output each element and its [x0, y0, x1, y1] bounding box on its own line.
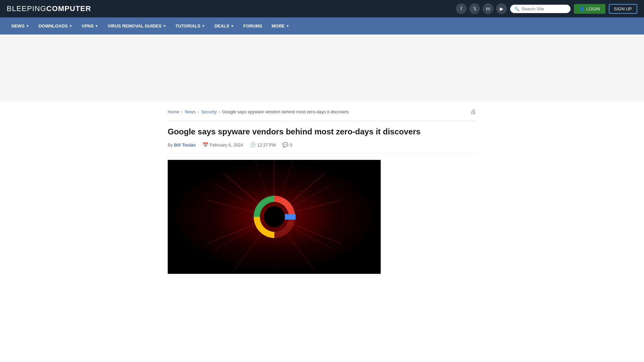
mastodon-icon[interactable]: m: [483, 3, 493, 14]
svg-point-18: [264, 206, 285, 228]
nav-news-caret: ▼: [26, 24, 29, 28]
nav-tutorials[interactable]: TUTORIALS ▼: [171, 17, 210, 35]
nav-vpns[interactable]: VPNS ▼: [77, 17, 103, 35]
clock-icon: 🕐: [250, 142, 256, 147]
nav-deals-caret: ▼: [230, 24, 234, 28]
article-container: Home › News › Security › Google says spy…: [161, 102, 483, 281]
comment-icon: 💬: [282, 142, 288, 147]
print-icon[interactable]: 🖨: [470, 108, 476, 115]
social-icons: f 𝕏 m ▶: [456, 3, 507, 14]
nav-more[interactable]: MORE ▼: [267, 17, 294, 35]
nav-virus-caret: ▼: [163, 24, 166, 28]
facebook-icon[interactable]: f: [456, 3, 467, 14]
breadcrumb-current: Google says spyware vendors behind most …: [222, 109, 349, 114]
nav-vpns-caret: ▼: [95, 24, 98, 28]
main-nav: NEWS ▼ DOWNLOADS ▼ VPNS ▼ VIRUS REMOVAL …: [0, 17, 644, 35]
article-hero-image: [168, 160, 381, 274]
signup-button[interactable]: SIGN UP: [609, 4, 637, 14]
breadcrumb-home[interactable]: Home: [168, 109, 179, 114]
breadcrumb-sep-2: ›: [198, 110, 199, 114]
search-icon: 🔍: [514, 6, 520, 11]
breadcrumb-security[interactable]: Security: [201, 109, 217, 114]
article-time: 🕐 12:27 PM: [250, 142, 276, 147]
nav-downloads-caret: ▼: [69, 24, 72, 28]
user-icon: 👤: [579, 6, 585, 11]
article-title: Google says spyware vendors behind most …: [168, 126, 476, 137]
article-author: By Bill Toulas: [168, 142, 196, 147]
youtube-icon[interactable]: ▶: [496, 3, 507, 14]
article-date: 📅 February 6, 2024: [203, 142, 243, 147]
breadcrumb: Home › News › Security › Google says spy…: [168, 108, 476, 121]
article-comments[interactable]: 💬 0: [282, 142, 292, 147]
header-right: f 𝕏 m ▶ 🔍 👤 LOGIN SIGN UP: [456, 3, 637, 14]
site-header: BLEEPINGCOMPUTER f 𝕏 m ▶ 🔍 👤 LOGIN SIGN …: [0, 0, 644, 17]
twitter-icon[interactable]: 𝕏: [469, 3, 480, 14]
nav-news[interactable]: NEWS ▼: [7, 17, 34, 35]
author-link[interactable]: Bill Toulas: [174, 142, 196, 147]
nav-downloads[interactable]: DOWNLOADS ▼: [34, 17, 77, 35]
nav-forums[interactable]: FORUMS: [238, 17, 267, 35]
breadcrumb-sep-1: ›: [181, 110, 183, 114]
advertisement-banner: [0, 35, 644, 102]
breadcrumb-left: Home › News › Security › Google says spy…: [168, 109, 349, 114]
breadcrumb-news[interactable]: News: [185, 109, 196, 114]
nav-tutorials-caret: ▼: [202, 24, 205, 28]
nav-virus-removal[interactable]: VIRUS REMOVAL GUIDES ▼: [103, 17, 171, 35]
breadcrumb-sep-3: ›: [219, 110, 220, 114]
nav-more-caret: ▼: [286, 24, 289, 28]
site-logo[interactable]: BLEEPINGCOMPUTER: [7, 4, 91, 13]
nav-deals[interactable]: DEALS ▼: [210, 17, 238, 35]
login-button[interactable]: 👤 LOGIN: [574, 4, 605, 14]
search-input[interactable]: [522, 6, 567, 11]
article-meta: By Bill Toulas 📅 February 6, 2024 🕐 12:2…: [168, 142, 476, 153]
calendar-icon: 📅: [203, 142, 208, 147]
search-box: 🔍: [510, 5, 571, 13]
